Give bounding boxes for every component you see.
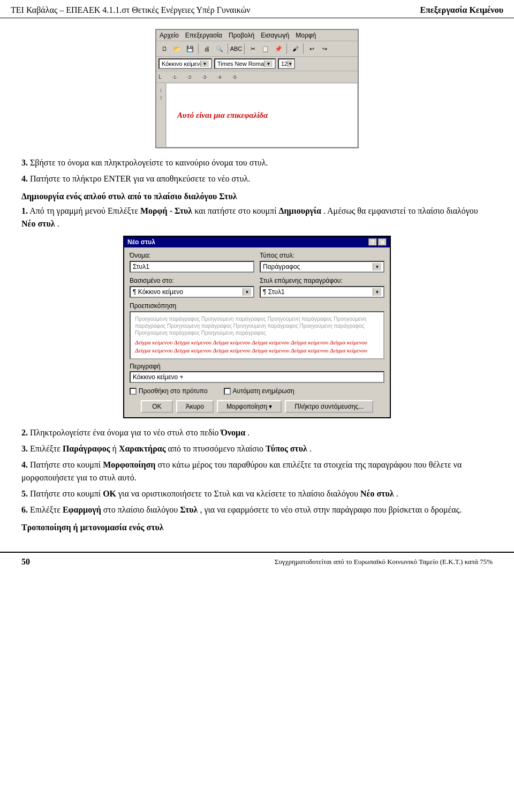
after-step-3-text3: από το πτυσσόμενο πλαίσιο bbox=[168, 444, 263, 453]
after-step-5-bold1: ΟΚ bbox=[103, 489, 116, 498]
step-1-text: Από τη γραμμή μενού Επιλέξτε bbox=[29, 206, 138, 215]
font-select[interactable]: Times New Roman ▼ bbox=[214, 58, 276, 69]
page-footer: 50 Συγχρηματοδοτείται από το Ευρωπαϊκό Κ… bbox=[0, 552, 514, 571]
open-btn[interactable]: 📂 bbox=[171, 43, 183, 55]
sep2 bbox=[228, 43, 228, 54]
dialog-type-select[interactable]: Παράγραφος ▼ bbox=[260, 261, 384, 273]
checkbox-auto-update[interactable]: Αυτόματη ενημέρωση bbox=[224, 387, 294, 395]
sep5 bbox=[303, 43, 304, 54]
sep4 bbox=[286, 43, 287, 54]
checkbox-add-template-box[interactable] bbox=[130, 388, 137, 395]
preview-btn[interactable]: 🔍 bbox=[214, 43, 225, 55]
save-btn[interactable]: 💾 bbox=[184, 43, 196, 55]
dialog-format-button[interactable]: Μορφοποίηση ▾ bbox=[217, 400, 282, 413]
dialog-shortcut-button[interactable]: Πλήκτρο συντόμευσης... bbox=[285, 400, 373, 413]
menu-file[interactable]: Αρχείο bbox=[160, 32, 179, 39]
dialog-desc-label: Περιγραφή bbox=[130, 363, 384, 370]
step-3-text: Σβήστε το όνομα και πληκτρολογείστε το κ… bbox=[30, 158, 268, 167]
page-header: ΤΕΙ Καβάλας – ΕΠΕΑΕΚ 4.1.1.στ Θετικές Εν… bbox=[0, 0, 514, 18]
dialog-close-btn[interactable]: ✕ bbox=[378, 238, 387, 246]
copy-btn[interactable]: 📋 bbox=[260, 43, 271, 55]
dialog-next-label: Στυλ επόμενης παραγράφου: bbox=[260, 277, 384, 284]
after-step-6-number: 6. bbox=[21, 505, 28, 514]
menu-edit[interactable]: Επεξεργασία bbox=[185, 32, 222, 39]
dialog-checkbox-row: Προσθήκη στο πρότυπο Αυτόματη ενημέρωση bbox=[130, 387, 384, 395]
cut-btn[interactable]: ✂ bbox=[247, 43, 259, 55]
style-select[interactable]: Κόκκινο κείμενο ▼ bbox=[158, 58, 212, 69]
checkbox-auto-update-label: Αυτόματη ενημέρωση bbox=[233, 387, 294, 395]
dialog-based-col: Βασισμένο στο: ¶ Κόκκινο κείμενο ▼ bbox=[130, 277, 254, 298]
after-step-3-bold1: Παράγραφος bbox=[63, 444, 110, 453]
redo-btn[interactable]: ↪ bbox=[319, 43, 330, 55]
after-step-3-bold2: Χαρακτήρας bbox=[119, 444, 166, 453]
after-step-2-bold: Όνομα bbox=[221, 428, 245, 437]
dialog-based-arrow-icon: ▼ bbox=[243, 288, 251, 296]
undo-btn[interactable]: ↩ bbox=[306, 43, 318, 55]
dialog-preview-label: Προεπισκόπηση bbox=[130, 302, 384, 310]
after-step-5-number: 5. bbox=[21, 489, 28, 498]
after-step-6-text3: , για να εφαρμόσετε το νέο στυλ στην παρ… bbox=[200, 505, 462, 514]
after-step-2: 2. Πληκτρολογείστε ένα όνομα για το νέο … bbox=[21, 426, 493, 439]
step-4-text: Πατήστε το πλήκτρο ENTER για να αποθηκεύ… bbox=[30, 174, 250, 183]
spell-btn[interactable]: ABC bbox=[230, 43, 242, 55]
dialog-based-select[interactable]: ¶ Κόκκινο κείμενο ▼ bbox=[130, 286, 254, 298]
after-step-4-text: Πατήστε στο κουμπί bbox=[30, 460, 101, 469]
footer-page-number: 50 bbox=[21, 557, 30, 567]
size-select[interactable]: 12 ▼ bbox=[278, 58, 295, 69]
sep3 bbox=[244, 43, 245, 54]
dialog-next-col: Στυλ επόμενης παραγράφου: ¶ Στυλ1 ▼ bbox=[260, 277, 384, 298]
after-step-6: 6. Επιλέξτε Εφαρμογή στο πλαίσιο διαλόγο… bbox=[21, 503, 493, 516]
section-heading: Δημιουργία ενός απλού στυλ από το πλαίσι… bbox=[21, 192, 493, 201]
checkbox-add-template[interactable]: Προσθήκη στο πρότυπο bbox=[130, 387, 208, 395]
after-step-5-text: Πατήστε στο κουμπί bbox=[30, 489, 101, 498]
menu-insert[interactable]: Εισαγωγή bbox=[261, 32, 289, 39]
dialog-desc-input[interactable] bbox=[130, 371, 384, 383]
after-step-6-bold2: Στυλ bbox=[180, 505, 198, 514]
main-content: Αρχείο Επεξεργασία Προβολή Εισαγωγή Μορφ… bbox=[0, 18, 514, 541]
dialog-help-btn[interactable]: ? bbox=[368, 238, 377, 246]
format-painter-btn[interactable]: 🖌 bbox=[289, 43, 301, 55]
dialog-name-input[interactable] bbox=[130, 261, 254, 273]
checkbox-auto-update-box[interactable] bbox=[224, 388, 231, 395]
after-step-4-number: 4. bbox=[21, 460, 28, 469]
dialog-next-value: ¶ Στυλ1 bbox=[263, 288, 373, 296]
after-step-3: 3. Επιλέξτε Παράγραφος ή Χαρακτήρας από … bbox=[21, 442, 493, 455]
after-step-3-text4: . bbox=[309, 444, 312, 453]
dialog-ok-button[interactable]: ΟΚ bbox=[141, 400, 173, 413]
menu-view[interactable]: Προβολή bbox=[229, 32, 254, 39]
step-1-text2: και πατήστε στο κουμπί bbox=[194, 206, 276, 215]
toolbar-menubar: Αρχείο Επεξεργασία Προβολή Εισαγωγή Μορφ… bbox=[156, 30, 358, 41]
font-arrow-icon: ▼ bbox=[264, 61, 273, 67]
new-doc-btn[interactable]: 🗋 bbox=[158, 43, 170, 55]
step-4-number: 4. bbox=[21, 174, 28, 183]
word-doc-area: Αυτό είναι μια επικεφαλίδα bbox=[166, 83, 358, 147]
menu-format[interactable]: Μορφή bbox=[296, 32, 316, 39]
after-step-6-text: Επιλέξτε bbox=[30, 505, 61, 514]
ruler-row: L ·1· ·2· ·3· ·4· ·5· bbox=[156, 71, 358, 83]
dialog-titlebar-buttons: ? ✕ bbox=[368, 238, 387, 246]
dialog-preview-prev-text: Προηγούμενη παράγραφος Προηγούμενη παράγ… bbox=[135, 315, 379, 336]
dialog-type-label: Τύπος στυλ: bbox=[260, 252, 384, 259]
dialog-titlebar: Νέο στυλ ? ✕ bbox=[124, 237, 390, 247]
after-step-5: 5. Πατήστε στο κουμπί ΟΚ για να οριστικο… bbox=[21, 487, 493, 500]
dialog-name-label: Όνομα: bbox=[130, 252, 254, 259]
print-btn[interactable]: 🖨 bbox=[201, 43, 213, 55]
font-value: Times New Roman bbox=[217, 61, 264, 67]
after-step-5-text3: . bbox=[396, 489, 398, 498]
after-step-2-number: 2. bbox=[21, 428, 28, 437]
dialog-row-2: Βασισμένο στο: ¶ Κόκκινο κείμενο ▼ Στυλ … bbox=[130, 277, 384, 298]
paste-btn[interactable]: 📌 bbox=[273, 43, 284, 55]
step-3-number: 3. bbox=[21, 158, 28, 167]
doc-outer: 1 2 Αυτό είναι μια επικεφαλίδα bbox=[156, 83, 358, 147]
ruler-mark-1: ·1· bbox=[172, 74, 178, 80]
after-step-3-bold3: Τύπος στυλ bbox=[266, 444, 307, 453]
style-value: Κόκκινο κείμενο bbox=[162, 61, 200, 67]
header-right: Επεξεργασία Κειμένου bbox=[420, 5, 503, 15]
step-1-bold2: Δημιουργία bbox=[278, 206, 321, 215]
dialog-next-select[interactable]: ¶ Στυλ1 ▼ bbox=[260, 286, 384, 298]
word-toolbar-area: Αρχείο Επεξεργασία Προβολή Εισαγωγή Μορφ… bbox=[21, 29, 493, 148]
dialog-cancel-button[interactable]: Άκυρο bbox=[176, 400, 214, 413]
ruler-mark-4: ·4· bbox=[217, 74, 223, 80]
toolbar-row-1: 🗋 📂 💾 🖨 🔍 ABC ✂ 📋 📌 🖌 ↩ ↪ bbox=[156, 41, 358, 57]
checkbox-add-template-label: Προσθήκη στο πρότυπο bbox=[139, 387, 208, 395]
